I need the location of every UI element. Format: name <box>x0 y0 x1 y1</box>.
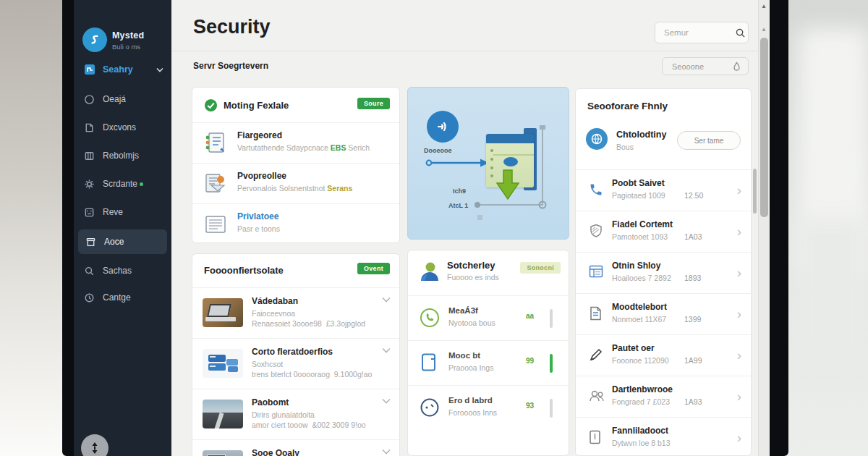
range-select-value: Seooone <box>672 62 704 71</box>
check-row[interactable]: Privlatoee Pasr e toons <box>192 203 399 243</box>
settings-row[interactable]: Fannliladooct Dytwvn loe 8 b13 › <box>576 417 751 456</box>
row-subtext: Fooonoe 112090 <box>612 356 669 365</box>
road-photo-thumbnail <box>203 400 243 428</box>
media-row[interactable]: Paobomt Dirirs glunaiatdoita amor ciert … <box>192 389 399 439</box>
sidebar-item-2[interactable]: Dxcvons <box>74 115 171 140</box>
scroll-up-arrow-icon[interactable]: ▲ <box>760 3 768 9</box>
app-name: Mysted <box>112 30 144 41</box>
document-icon <box>84 122 95 133</box>
settings-row[interactable]: Otnin Shloy Hoailooes 7 2892 1893 › <box>576 252 751 293</box>
row-value: 1A03 <box>684 232 702 241</box>
database-icon <box>203 349 243 378</box>
sidebar-item-security-section[interactable]: Seahry <box>74 58 171 81</box>
media-row[interactable]: Vádedaban Faioceevnoa Renaesoiet 3oooe98… <box>192 287 399 338</box>
summary-card: Sotcherley Fuoooo es inds Sonocni MeaÁ3f… <box>407 250 569 456</box>
feature-title: Chtolodtiny <box>616 130 666 140</box>
metric-row[interactable]: Ero d labrd Foroooos Inns 93 <box>408 385 569 430</box>
status-badge: Sonocni <box>520 262 561 274</box>
settings-row[interactable]: Poobt Saivet Pagiotaed 1009 12.50 › <box>576 169 751 211</box>
check-circle-icon <box>204 98 218 112</box>
row-meta: trens bterlct 0ooooraog 9.1000g!ao <box>252 370 372 379</box>
search-icon[interactable] <box>735 28 746 38</box>
button-label: Ser tame <box>694 137 724 145</box>
row-subtext: Soxhcsot <box>252 360 283 368</box>
chevron-down-icon[interactable] <box>382 449 391 455</box>
grid-icon <box>84 207 95 218</box>
sidebar-item-active[interactable]: Aoce <box>78 229 167 254</box>
settings-row[interactable]: Dartlenbwrooe Fongraed 7 £023 1A93 › <box>576 376 751 417</box>
sidebar-item-label: Sachas <box>103 266 132 276</box>
status-badge: Soure <box>357 98 390 109</box>
status-badge: Ovent <box>357 263 390 274</box>
media-row[interactable]: Sooe Ooaly <box>192 439 399 456</box>
archive-icon <box>85 237 96 248</box>
row-title: Fiadel Cortemt <box>612 219 673 229</box>
building-photo-thumbnail <box>203 450 243 456</box>
settings-row[interactable]: Pautet oer Fooonoe 112090 1A99 › <box>576 334 751 376</box>
metric-row[interactable]: Mooc bt Praoooa Ings 99 <box>408 340 569 385</box>
chevron-right-icon: › <box>737 307 741 321</box>
sidebar-item-7[interactable]: Sachas <box>74 258 171 283</box>
table-icon <box>589 265 603 278</box>
meter-icon <box>420 397 440 418</box>
media-row[interactable]: Corto fleratdoerfios Soxhcsot trens bter… <box>192 338 399 389</box>
row-subtext: Fongraed 7 £023 <box>612 397 670 406</box>
scroll-updown-button[interactable] <box>81 434 109 456</box>
laptop-base-shape <box>205 317 236 321</box>
row-title-link[interactable]: Privlatoee <box>237 211 278 221</box>
phone-circle-icon <box>420 308 440 328</box>
sidebar-item-3[interactable]: Rebolmjs <box>74 143 171 168</box>
row-subtext: Pasr e toons <box>237 224 280 233</box>
chevron-down-icon[interactable] <box>382 347 391 353</box>
check-row[interactable]: Pvopreollee Pervonalois Solsnentstnot Se… <box>192 163 399 203</box>
settings-row[interactable]: Fiadel Cortemt Pamotooet 1093 1A03 › <box>576 211 751 252</box>
up-down-arrows-icon <box>90 442 100 455</box>
sidebar-item-4[interactable]: Scrdante <box>74 172 171 196</box>
gear-icon <box>84 179 95 190</box>
chevron-down-icon <box>156 67 163 72</box>
header-divider <box>171 51 758 51</box>
section-subtitle: Servr Soegrtevern <box>193 61 268 71</box>
shield-icon <box>589 224 603 238</box>
sidebar-item-1[interactable]: Oeajá <box>74 87 171 111</box>
card-scrollbar-thumb[interactable] <box>753 169 757 214</box>
droplet-icon <box>733 62 741 71</box>
file-icon <box>589 430 601 444</box>
scrollbar-thumb[interactable] <box>760 38 768 217</box>
connector-icon <box>435 119 450 134</box>
row-title: Ero d labrd <box>448 396 493 405</box>
connector-lines-icon <box>470 124 550 218</box>
sidebar-item-5[interactable]: Reve <box>74 200 171 224</box>
search-icon <box>84 266 95 276</box>
row-value: 1A99 <box>684 356 702 365</box>
row-title: Sooe Ooaly <box>252 448 299 456</box>
range-select[interactable]: Seooone <box>662 57 749 75</box>
row-subtext: Pamotooet 1093 <box>612 232 668 241</box>
search-input[interactable] <box>664 28 733 37</box>
row-title: Otnin Shloy <box>612 261 660 271</box>
chevron-down-icon[interactable] <box>382 297 391 303</box>
card-title: Seooforare Fhnly <box>587 101 668 111</box>
logo-glyph-icon <box>88 33 101 46</box>
source-node-label: Dooeooe <box>424 147 452 154</box>
flow-diagram-panel: Dooeooe Ich9 AtcL 1 <box>407 87 569 240</box>
sidebar-item-8[interactable]: Cantge <box>74 285 171 310</box>
row-value: 12.50 <box>684 191 703 200</box>
row-title: Moodtelebort <box>612 302 667 312</box>
set-items-button[interactable]: Ser tame <box>677 131 741 150</box>
chevron-right-icon: › <box>737 389 741 403</box>
settings-row[interactable]: Moodtelebort Nonmoet 11X67 1399 › <box>576 293 751 334</box>
check-row[interactable]: Fiargeored Vartutathende Sdaypcnace EBS … <box>192 122 399 163</box>
chevron-down-icon[interactable] <box>382 398 391 404</box>
metric-row[interactable]: MeaÁ3f Nyotooa bous aa <box>408 295 569 340</box>
diagram-note: Ich9 <box>453 187 466 195</box>
people-icon <box>589 389 605 403</box>
columns-icon <box>84 151 95 161</box>
person-avatar-icon <box>418 261 441 284</box>
search-field[interactable] <box>655 22 749 43</box>
scroll-up-arrow-icon[interactable]: ▲ <box>760 26 768 33</box>
row-subtext: Foroooos Inns <box>448 408 497 417</box>
database-illustration-thumbnail <box>203 349 243 378</box>
row-subtext: Pervonalois Solsnentstnot Serans <box>237 184 352 193</box>
app-logo[interactable] <box>82 28 107 52</box>
